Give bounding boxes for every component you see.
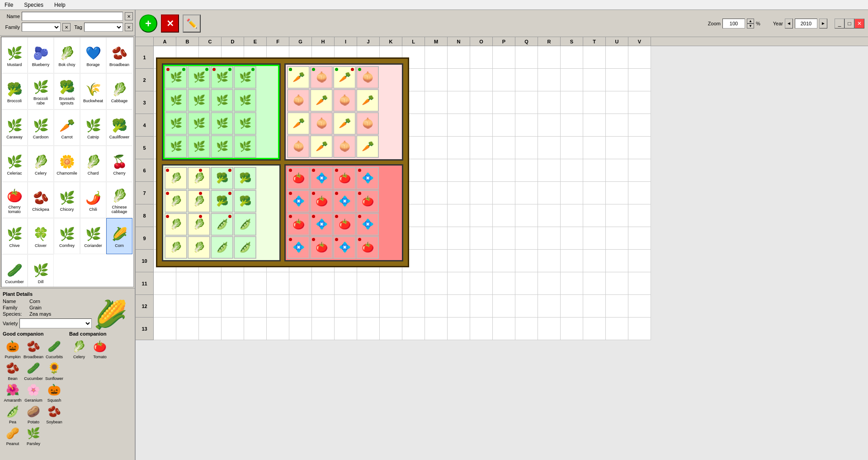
grid-cell[interactable] bbox=[448, 46, 470, 69]
grid-cell[interactable] bbox=[425, 272, 448, 295]
grid-cell[interactable] bbox=[606, 91, 628, 114]
plant-cell-coriander[interactable]: 🌿 Coriander bbox=[80, 218, 106, 254]
plant-cell-broccoli[interactable]: 🥦 Broccoli bbox=[1, 73, 28, 109]
grid-cell[interactable] bbox=[583, 204, 606, 227]
garden-plant-cell[interactable]: 💠 bbox=[287, 190, 310, 213]
garden-plant-cell[interactable]: 🧅 bbox=[310, 66, 333, 89]
garden-plant-cell[interactable]: 🥬 bbox=[165, 213, 187, 236]
good-companion-cucurbits[interactable]: 🥒 Cucurbits bbox=[44, 338, 64, 359]
grid-cell[interactable] bbox=[470, 227, 493, 250]
grid-cell[interactable] bbox=[515, 204, 538, 227]
grid-cell[interactable] bbox=[561, 137, 583, 159]
grid-cell[interactable] bbox=[335, 295, 357, 318]
grid-cell[interactable] bbox=[470, 272, 493, 295]
garden-plant-cell[interactable]: 🥕 bbox=[333, 112, 356, 135]
bad-companion-tomato[interactable]: 🍅 Tomato bbox=[90, 338, 110, 359]
grid-cell[interactable] bbox=[402, 318, 425, 340]
grid-cell[interactable] bbox=[583, 272, 606, 295]
plant-cell-brussels-sprouts[interactable]: 🥦 Brussels sprouts bbox=[54, 73, 80, 109]
good-companion-parsley[interactable]: 🌿 Parsley bbox=[24, 425, 43, 446]
grid-cell[interactable] bbox=[267, 272, 289, 295]
grid-cell[interactable] bbox=[470, 182, 493, 204]
garden-plant-cell[interactable]: 🥦 bbox=[234, 167, 256, 190]
plant-cell-cauliflower[interactable]: 🥦 Cauliflower bbox=[106, 109, 132, 146]
grid-cell[interactable] bbox=[515, 114, 538, 137]
garden-plant-cell[interactable]: 🌿 bbox=[234, 89, 256, 112]
name-clear-button[interactable]: ✕ bbox=[125, 12, 133, 20]
plant-cell-chamomile[interactable]: 🌼 Chamomile bbox=[54, 146, 80, 182]
grid-cell[interactable] bbox=[154, 295, 176, 318]
grid-cell[interactable] bbox=[628, 295, 651, 318]
grid-cell[interactable] bbox=[493, 182, 515, 204]
grid-cell[interactable] bbox=[538, 250, 561, 272]
grid-cell[interactable] bbox=[312, 295, 335, 318]
good-companion-pea[interactable]: 🫛 Pea bbox=[3, 403, 23, 424]
grid-cell[interactable] bbox=[538, 272, 561, 295]
grid-cell[interactable] bbox=[628, 69, 651, 91]
garden-plant-cell[interactable]: 💠 bbox=[287, 236, 310, 259]
grid-cell[interactable] bbox=[538, 114, 561, 137]
garden-plant-cell[interactable]: 🧅 bbox=[356, 112, 379, 135]
grid-cell[interactable] bbox=[448, 318, 470, 340]
grid-cell[interactable] bbox=[538, 227, 561, 250]
plant-cell-buckwheat[interactable]: 🌾 Buckwheat bbox=[80, 73, 106, 109]
grid-cell[interactable] bbox=[628, 91, 651, 114]
grid-cell[interactable] bbox=[561, 318, 583, 340]
grid-cell[interactable] bbox=[470, 295, 493, 318]
plant-cell-bok-choy[interactable]: 🥬 Bok choy bbox=[54, 37, 80, 73]
grid-cell[interactable] bbox=[425, 204, 448, 227]
grid-cell[interactable] bbox=[335, 272, 357, 295]
close-button[interactable]: ✕ bbox=[854, 19, 864, 28]
grid-cell[interactable] bbox=[222, 272, 244, 295]
menu-file[interactable]: File bbox=[2, 1, 16, 9]
zoom-input[interactable] bbox=[722, 19, 745, 28]
grid-cell[interactable] bbox=[402, 272, 425, 295]
grid-cell[interactable] bbox=[154, 318, 176, 340]
grid-cell[interactable] bbox=[628, 250, 651, 272]
grid-cell[interactable] bbox=[628, 204, 651, 227]
garden-plant-cell[interactable]: 🌿 bbox=[234, 66, 256, 89]
plant-cell-chicory[interactable]: 🌿 Chicory bbox=[54, 182, 80, 218]
grid-cell[interactable] bbox=[199, 295, 222, 318]
garden-plant-cell[interactable]: 🥦 bbox=[211, 190, 233, 213]
grid-cell[interactable] bbox=[425, 159, 448, 182]
garden-plant-cell[interactable]: 🍅 bbox=[310, 236, 333, 259]
grid-cell[interactable] bbox=[448, 114, 470, 137]
garden-plant-cell[interactable]: 🧅 bbox=[287, 89, 310, 112]
grid-cell[interactable] bbox=[244, 295, 267, 318]
grid-cell[interactable] bbox=[470, 159, 493, 182]
quadrant-bottom-left[interactable]: 🥬🥬🥦🥦🥬🥬🥦🥦🥬🥬🫛🫛🥬🥬🫛🫛 bbox=[162, 164, 281, 261]
plant-cell-dill[interactable]: 🌿 Dill bbox=[28, 254, 54, 287]
grid-cell[interactable] bbox=[448, 91, 470, 114]
grid-cell[interactable] bbox=[425, 69, 448, 91]
grid-cell[interactable] bbox=[425, 318, 448, 340]
quadrant-top-left[interactable]: 🌿🌿🌿🌿🌿🌿🌿🌿🌿🌿🌿🌿🌿🌿🌿🌿 bbox=[162, 63, 281, 161]
garden-plant-cell[interactable]: 🥬 bbox=[165, 236, 187, 259]
grid-cell[interactable] bbox=[493, 137, 515, 159]
grid-cell[interactable] bbox=[515, 46, 538, 69]
grid-cell[interactable] bbox=[493, 46, 515, 69]
grid-cell[interactable] bbox=[312, 272, 335, 295]
garden-plant-cell[interactable]: 🍅 bbox=[333, 213, 356, 236]
garden-plant-cell[interactable]: 🫛 bbox=[234, 236, 256, 259]
menu-help[interactable]: Help bbox=[52, 1, 68, 9]
grid-cell[interactable] bbox=[380, 272, 402, 295]
plant-cell-chive[interactable]: 🌿 Chive bbox=[1, 218, 28, 254]
grid-cell[interactable] bbox=[357, 272, 380, 295]
garden-plant-cell[interactable]: 🧅 bbox=[333, 89, 356, 112]
grid-cell[interactable] bbox=[425, 91, 448, 114]
plant-cell-corn[interactable]: 🌽 Corn bbox=[106, 218, 132, 254]
good-companion-sunflower[interactable]: 🌻 Sunflower bbox=[44, 360, 64, 381]
grid-cell[interactable] bbox=[493, 227, 515, 250]
grid-cell[interactable] bbox=[335, 318, 357, 340]
grid-cell[interactable] bbox=[493, 272, 515, 295]
grid-cell[interactable] bbox=[312, 318, 335, 340]
grid-cell[interactable] bbox=[561, 295, 583, 318]
plant-cell-carrot[interactable]: 🥕 Carrot bbox=[54, 109, 80, 146]
grid-cell[interactable] bbox=[515, 182, 538, 204]
plant-cell-mustard[interactable]: 🌿 Mustard bbox=[1, 37, 28, 73]
grid-cell[interactable] bbox=[470, 204, 493, 227]
grid-cell[interactable] bbox=[493, 204, 515, 227]
grid-cell[interactable] bbox=[561, 204, 583, 227]
garden-plant-cell[interactable]: 🥬 bbox=[165, 190, 187, 213]
